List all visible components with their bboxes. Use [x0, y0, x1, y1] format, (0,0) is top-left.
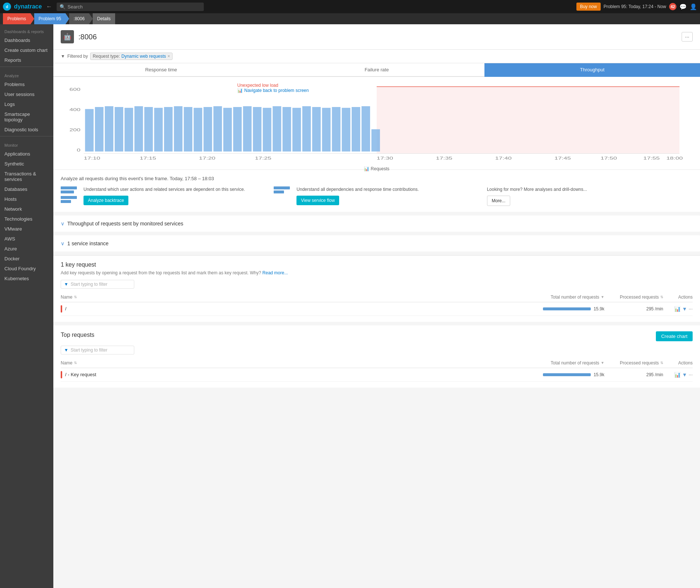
- breadcrumb-arrow-2: [65, 13, 69, 24]
- svg-rect-16: [184, 107, 192, 152]
- throughput-section-header[interactable]: ∨ Throughput of requests sent by monitor…: [61, 221, 693, 227]
- svg-text:17:50: 17:50: [600, 156, 617, 160]
- svg-rect-18: [203, 107, 212, 152]
- top-more-action-icon[interactable]: ···: [689, 372, 693, 377]
- svg-text:17:15: 17:15: [140, 156, 156, 160]
- sidebar-item-azure[interactable]: Azure: [0, 244, 53, 254]
- analysis-card-backtrace: Understand which user actions and relate…: [61, 186, 266, 206]
- top-requests-title: Top requests: [61, 332, 95, 338]
- user-icon[interactable]: 👤: [690, 3, 697, 10]
- sidebar-item-synthetic[interactable]: Synthetic: [0, 159, 53, 169]
- top-filter-icon: ▼: [64, 348, 68, 353]
- sidebar-item-create-custom-chart[interactable]: Create custom chart: [0, 45, 53, 55]
- sidebar-item-smartscape[interactable]: Smartscape topology: [0, 109, 53, 125]
- svg-rect-34: [362, 106, 370, 152]
- sidebar-item-aws[interactable]: AWS: [0, 234, 53, 244]
- top-row-processed: 295 /min: [604, 372, 663, 377]
- annotation-title: Unexpected low load: [237, 83, 309, 88]
- top-table-row: / - Key request 15.9k 295 /min 📊 ▼ ···: [61, 368, 693, 382]
- breadcrumb-problems[interactable]: Problems: [3, 13, 31, 24]
- more-action-icon[interactable]: ···: [689, 306, 693, 311]
- top-col-header-name[interactable]: Name ⇅: [61, 360, 531, 366]
- top-col-header-requests[interactable]: Total number of requests ▼: [531, 360, 604, 366]
- top-col-header-processed[interactable]: Processed requests ⇅: [604, 360, 663, 366]
- row-bar: [543, 307, 591, 310]
- filter-prefix: Filtered by: [67, 54, 88, 59]
- annotation-link[interactable]: 📊 Navigate back to problem screen: [237, 88, 309, 93]
- service-flow-description: Understand all dependencies and response…: [296, 186, 479, 193]
- breadcrumb-details[interactable]: Details: [93, 13, 115, 24]
- analyze-backtrace-button[interactable]: Analyze backtrace: [83, 196, 128, 205]
- tab-failure-rate[interactable]: Failure rate: [269, 63, 484, 77]
- chart-action-icon[interactable]: 📊: [674, 306, 681, 312]
- breadcrumb-8006[interactable]: :8006: [69, 13, 89, 24]
- key-requests-filter-input[interactable]: ▼ Start typing to filter: [61, 280, 134, 289]
- view-service-flow-button[interactable]: View service flow: [296, 196, 339, 205]
- key-requests-panel: 1 key request Add key requests by openin…: [53, 255, 700, 322]
- sidebar: Dashboards & reports Dashboards Create c…: [0, 24, 53, 588]
- svg-text:0: 0: [77, 148, 81, 152]
- top-filter-action-icon[interactable]: ▼: [682, 372, 687, 378]
- svg-text:600: 600: [70, 87, 81, 92]
- svg-rect-28: [302, 106, 311, 152]
- row-name[interactable]: /: [65, 306, 531, 311]
- read-more-link[interactable]: Read more...: [262, 270, 288, 275]
- top-requests-header: Top requests Create chart: [61, 331, 693, 341]
- top-requests-filter-input[interactable]: ▼ Start typing to filter: [61, 346, 134, 354]
- sidebar-item-technologies[interactable]: Technologies: [0, 214, 53, 224]
- sidebar-item-logs[interactable]: Logs: [0, 99, 53, 109]
- sidebar-item-reports[interactable]: Reports: [0, 55, 53, 65]
- bar6: [274, 190, 284, 193]
- chat-icon[interactable]: 💬: [679, 3, 687, 10]
- svg-rect-23: [253, 107, 262, 152]
- throughput-section: ∨ Throughput of requests sent by monitor…: [53, 215, 700, 232]
- svg-text:17:40: 17:40: [495, 156, 512, 160]
- chart-tabs: Response time Failure rate Throughput: [53, 63, 700, 77]
- row-indicator: [61, 305, 62, 313]
- sidebar-item-problems[interactable]: Problems: [0, 79, 53, 89]
- sidebar-item-network[interactable]: Network: [0, 204, 53, 214]
- row-total-value: 15.9k: [594, 306, 604, 311]
- service-instances-header[interactable]: ∨ 1 service instance: [61, 240, 693, 246]
- sidebar-item-vmware[interactable]: VMware: [0, 224, 53, 234]
- back-button[interactable]: ←: [45, 3, 54, 10]
- search-box[interactable]: 🔍 Search: [57, 3, 204, 11]
- col-header-processed[interactable]: Processed requests ⇅: [604, 295, 663, 300]
- filter-funnel-icon: ▼: [64, 282, 68, 287]
- col-header-requests[interactable]: Total number of requests ▼: [531, 295, 604, 300]
- svg-rect-29: [312, 107, 321, 152]
- breadcrumb-problem95[interactable]: Problem 95: [34, 13, 65, 24]
- backtrace-text: Understand which user actions and relate…: [83, 186, 266, 205]
- svg-rect-24: [263, 108, 271, 152]
- sidebar-item-diagnostic[interactable]: Diagnostic tools: [0, 125, 53, 135]
- filter-close-icon[interactable]: ×: [167, 54, 170, 59]
- create-chart-button[interactable]: Create chart: [656, 331, 693, 341]
- more-button[interactable]: More...: [487, 196, 510, 206]
- sidebar-item-kubernetes[interactable]: Kubernetes: [0, 274, 53, 284]
- buy-now-button[interactable]: Buy now: [576, 3, 601, 11]
- backtrace-icon: [61, 186, 79, 203]
- analysis-card-more: Looking for more? More analyses and dril…: [487, 186, 693, 206]
- sidebar-item-docker[interactable]: Docker: [0, 254, 53, 264]
- top-sort-icon-name: ⇅: [74, 361, 77, 365]
- svg-text:200: 200: [70, 128, 81, 132]
- top-chart-action-icon[interactable]: 📊: [674, 372, 681, 378]
- tab-throughput[interactable]: Throughput: [484, 63, 700, 77]
- filter-type-value: Dynamic web requests: [121, 54, 166, 59]
- sidebar-divider-2: [0, 136, 53, 136]
- filter-action-icon[interactable]: ▼: [682, 306, 687, 312]
- sidebar-item-applications[interactable]: Applications: [0, 149, 53, 159]
- sidebar-item-user-sessions[interactable]: User sessions: [0, 89, 53, 99]
- top-row-name[interactable]: / - Key request: [65, 372, 531, 377]
- bar2: [61, 190, 74, 193]
- col-header-name[interactable]: Name ⇅: [61, 295, 531, 300]
- breadcrumb-arrow-3: [89, 13, 93, 24]
- bar5: [274, 186, 290, 189]
- sidebar-item-dashboards[interactable]: Dashboards: [0, 35, 53, 45]
- ellipsis-button[interactable]: ···: [682, 32, 693, 42]
- sidebar-item-transactions[interactable]: Transactions & services: [0, 169, 53, 184]
- sidebar-item-databases[interactable]: Databases: [0, 184, 53, 194]
- sidebar-item-hosts[interactable]: Hosts: [0, 194, 53, 204]
- sidebar-item-cloud-foundry[interactable]: Cloud Foundry: [0, 264, 53, 274]
- tab-response-time[interactable]: Response time: [53, 63, 269, 77]
